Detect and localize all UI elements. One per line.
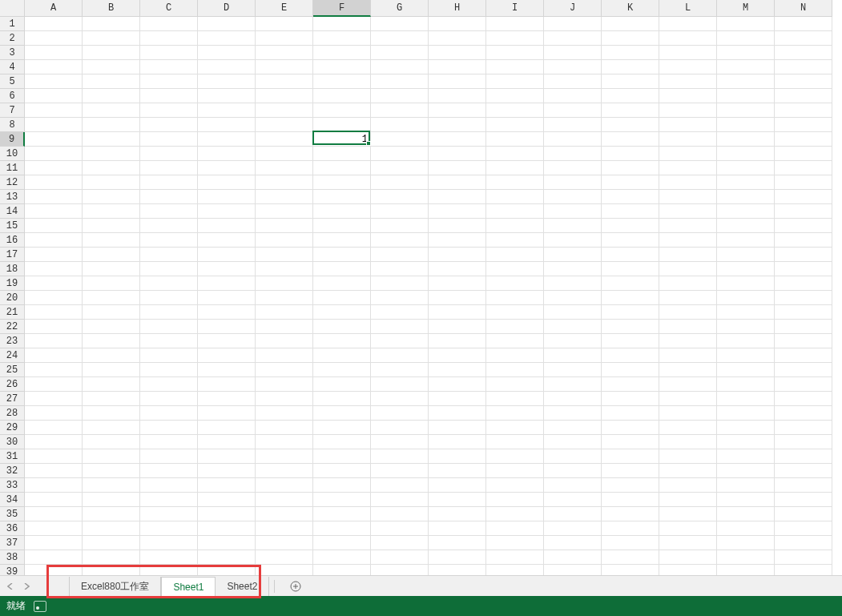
cell-L17[interactable] [659,248,717,262]
cell-I2[interactable] [486,31,544,46]
cell-G13[interactable] [371,190,429,204]
cell-E37[interactable] [256,536,313,550]
cell-B27[interactable] [83,392,140,406]
cell-B15[interactable] [83,219,140,233]
row-header-28[interactable]: 28 [0,406,25,421]
cell-H6[interactable] [429,89,486,103]
cell-J20[interactable] [544,291,602,305]
cell-B37[interactable] [83,536,140,550]
cell-I3[interactable] [486,46,544,60]
cell-F11[interactable] [313,161,371,175]
cell-J13[interactable] [544,190,602,204]
cell-B32[interactable] [83,464,140,478]
cell-E4[interactable] [256,60,313,74]
cell-J26[interactable] [544,377,602,392]
cell-J21[interactable] [544,305,602,320]
cell-L25[interactable] [659,363,717,377]
cell-B14[interactable] [83,204,140,219]
cell-L29[interactable] [659,421,717,435]
cell-C24[interactable] [140,348,198,363]
cell-G17[interactable] [371,248,429,262]
cell-G23[interactable] [371,334,429,348]
cell-A10[interactable] [25,147,83,161]
cell-K18[interactable] [602,262,659,276]
column-header-A[interactable]: A [25,0,83,17]
cell-K30[interactable] [602,435,659,449]
cell-L15[interactable] [659,219,717,233]
cell-E39[interactable] [256,565,313,575]
cell-K36[interactable] [602,521,659,536]
cell-I10[interactable] [486,147,544,161]
column-header-K[interactable]: K [602,0,659,17]
cell-M20[interactable] [717,291,775,305]
cell-G26[interactable] [371,377,429,392]
cell-I20[interactable] [486,291,544,305]
cell-D11[interactable] [198,161,256,175]
cell-L6[interactable] [659,89,717,103]
cell-B8[interactable] [83,118,140,132]
cell-F35[interactable] [313,507,371,521]
row-header-10[interactable]: 10 [0,147,25,161]
sheet-tab[interactable]: Excel880工作室 [69,577,161,596]
cell-H24[interactable] [429,348,486,363]
cell-N13[interactable] [775,190,832,204]
cell-J19[interactable] [544,276,602,291]
cell-E35[interactable] [256,507,313,521]
cell-I35[interactable] [486,507,544,521]
cell-H8[interactable] [429,118,486,132]
cell-M13[interactable] [717,190,775,204]
cell-E24[interactable] [256,348,313,363]
cell-J31[interactable] [544,449,602,464]
cell-D14[interactable] [198,204,256,219]
cell-K29[interactable] [602,421,659,435]
cell-I28[interactable] [486,406,544,421]
cell-N36[interactable] [775,521,832,536]
cell-K14[interactable] [602,204,659,219]
cell-C13[interactable] [140,190,198,204]
cell-F9[interactable]: 1 [313,132,371,147]
cell-H38[interactable] [429,550,486,565]
cell-B1[interactable] [83,17,140,31]
cell-N37[interactable] [775,536,832,550]
cell-G18[interactable] [371,262,429,276]
cell-M12[interactable] [717,175,775,190]
cell-F20[interactable] [313,291,371,305]
cell-A31[interactable] [25,449,83,464]
cell-G33[interactable] [371,478,429,493]
cell-M4[interactable] [717,60,775,74]
cell-C25[interactable] [140,363,198,377]
cell-D30[interactable] [198,435,256,449]
cell-G15[interactable] [371,219,429,233]
cell-N22[interactable] [775,320,832,334]
cell-H13[interactable] [429,190,486,204]
cell-E30[interactable] [256,435,313,449]
sheet-tab[interactable]: Sheet2 [216,577,269,596]
cell-C11[interactable] [140,161,198,175]
cell-K16[interactable] [602,233,659,248]
cell-K4[interactable] [602,60,659,74]
cell-A7[interactable] [25,103,83,118]
cell-H15[interactable] [429,219,486,233]
cell-H39[interactable] [429,565,486,575]
cell-N21[interactable] [775,305,832,320]
cell-D15[interactable] [198,219,256,233]
cell-G36[interactable] [371,521,429,536]
cell-A33[interactable] [25,478,83,493]
cell-K20[interactable] [602,291,659,305]
column-header-E[interactable]: E [256,0,313,17]
cell-K39[interactable] [602,565,659,575]
cell-J4[interactable] [544,60,602,74]
cell-E32[interactable] [256,464,313,478]
cell-D6[interactable] [198,89,256,103]
cell-I19[interactable] [486,276,544,291]
cell-E23[interactable] [256,334,313,348]
cell-H3[interactable] [429,46,486,60]
cell-M16[interactable] [717,233,775,248]
cell-M28[interactable] [717,406,775,421]
cell-I24[interactable] [486,348,544,363]
cell-I18[interactable] [486,262,544,276]
cell-B18[interactable] [83,262,140,276]
cell-E11[interactable] [256,161,313,175]
cell-I38[interactable] [486,550,544,565]
cell-K9[interactable] [602,132,659,147]
